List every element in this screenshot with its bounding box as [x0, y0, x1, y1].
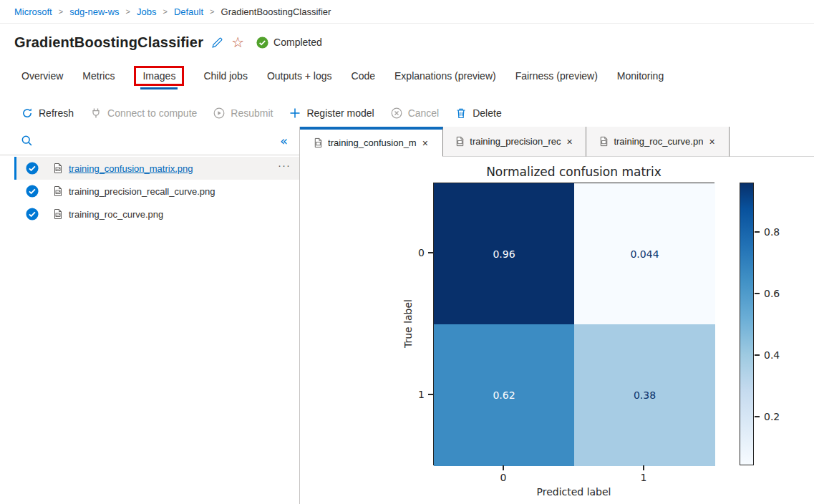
close-icon[interactable]: × [707, 136, 716, 147]
image-tab-strip: training_confusion_m × training_precisio… [300, 127, 814, 157]
image-file-icon [52, 208, 64, 220]
checked-circle-icon[interactable] [26, 185, 39, 198]
colorbar-tick-label: 0.2 [764, 411, 780, 422]
completed-check-icon [256, 37, 268, 49]
cancel-button[interactable]: Cancel [391, 107, 440, 119]
colorbar-tick-label: 0.6 [764, 288, 780, 299]
breadcrumb-item-workspace[interactable]: sdg-new-ws [69, 6, 119, 17]
tab-fairness[interactable]: Fairness (preview) [515, 67, 598, 84]
image-tab-label: training_precision_rec [470, 136, 561, 147]
breadcrumb-item-jobs[interactable]: Jobs [137, 6, 156, 17]
file-explorer-panel: « training_confusion_matrix.png ··· [0, 127, 300, 504]
register-model-label: Register model [306, 107, 374, 119]
refresh-icon [21, 107, 33, 119]
file-panel-toolbar: « [0, 127, 299, 155]
collapse-panel-icon[interactable]: « [280, 135, 288, 147]
breadcrumb-item-current: GradientBoostingClassifier [221, 6, 331, 17]
chevron-right-icon: > [210, 7, 214, 16]
image-tab-precision-recall[interactable]: training_precision_rec × [443, 127, 586, 157]
x-tick-label-1: 1 [633, 472, 654, 483]
refresh-label: Refresh [39, 107, 74, 119]
file-name[interactable]: training_roc_curve.png [69, 209, 163, 220]
status-label: Completed [273, 37, 322, 48]
colorbar-tick-mark [755, 231, 760, 233]
tab-strip-filler [730, 127, 814, 157]
delete-label: Delete [473, 107, 501, 119]
image-tab-confusion-matrix[interactable]: training_confusion_m × [300, 127, 443, 157]
content-area: « training_confusion_matrix.png ··· [0, 127, 814, 504]
tab-outputs-logs[interactable]: Outputs + logs [267, 67, 332, 84]
close-icon[interactable]: × [421, 137, 430, 149]
tab-child-jobs[interactable]: Child jobs [203, 67, 247, 84]
connect-to-compute-button[interactable]: Connect to compute [90, 107, 197, 119]
image-file-icon [52, 185, 64, 197]
colorbar [740, 183, 754, 465]
chart-title: Normalized confusion matrix [433, 165, 714, 179]
tab-monitoring[interactable]: Monitoring [617, 67, 664, 84]
list-item-roc-curve[interactable]: training_roc_curve.png [14, 203, 299, 226]
resubmit-label: Resubmit [231, 107, 273, 119]
colorbar-tick-mark [755, 416, 760, 417]
cancel-circle-icon [391, 107, 402, 119]
checked-circle-icon[interactable] [26, 162, 39, 175]
image-file-icon [599, 136, 609, 147]
job-tab-bar: Overview Metrics Images Child jobs Outpu… [21, 63, 664, 89]
resubmit-button[interactable]: Resubmit [213, 107, 273, 119]
plus-icon [289, 107, 301, 119]
refresh-button[interactable]: Refresh [21, 107, 74, 119]
image-tab-roc-curve[interactable]: training_roc_curve.pn × [586, 127, 730, 157]
tab-overview[interactable]: Overview [21, 67, 63, 84]
checked-circle-icon[interactable] [26, 208, 39, 220]
page-title: GradientBoostingClassifier [14, 34, 203, 51]
heatmap-cell-1-0: 0.62 [434, 324, 574, 466]
heatmap-cell-0-0: 0.96 [434, 183, 574, 324]
y-tick-label-0: 0 [406, 247, 425, 258]
image-file-icon [455, 136, 465, 147]
plug-icon [90, 107, 102, 119]
tab-code[interactable]: Code [352, 67, 375, 84]
list-item-precision-recall[interactable]: training_precision_recall_curve.png [14, 180, 299, 203]
y-tick-label-1: 1 [406, 389, 425, 400]
colorbar-tick-label: 0.8 [764, 226, 780, 238]
delete-button[interactable]: Delete [455, 107, 501, 119]
more-options-icon[interactable]: ··· [278, 159, 291, 171]
heatmap-cell-0-1: 0.044 [574, 183, 715, 324]
file-name-link[interactable]: training_confusion_matrix.png [69, 163, 193, 174]
confusion-matrix-figure: Normalized confusion matrix 0.96 0.044 0… [300, 157, 814, 504]
close-icon[interactable]: × [566, 136, 574, 147]
search-icon[interactable] [21, 135, 33, 147]
trash-icon [455, 107, 467, 119]
image-viewer-area: training_confusion_m × training_precisio… [300, 127, 814, 504]
breadcrumb-item-microsoft[interactable]: Microsoft [14, 6, 52, 17]
y-tick-mark [428, 394, 433, 395]
edit-pencil-icon[interactable] [211, 37, 223, 49]
image-file-icon [52, 163, 64, 174]
chevron-right-icon: > [126, 7, 130, 16]
favorite-star-icon[interactable]: ☆ [231, 35, 244, 49]
register-model-button[interactable]: Register model [289, 107, 374, 119]
y-axis-title: True label [402, 281, 414, 367]
tab-metrics[interactable]: Metrics [82, 67, 115, 84]
chevron-right-icon: > [59, 7, 63, 16]
page-header: GradientBoostingClassifier ☆ Completed [14, 32, 322, 53]
x-tick-mark [643, 465, 644, 470]
y-tick-mark [428, 252, 433, 253]
chevron-right-icon: > [163, 7, 167, 16]
list-item-confusion-matrix[interactable]: training_confusion_matrix.png ··· [14, 157, 299, 180]
colorbar-tick-mark [755, 293, 760, 294]
breadcrumb: Microsoft > sdg-new-ws > Jobs > Default … [0, 0, 814, 24]
heatmap-grid: 0.96 0.044 0.62 0.38 [433, 183, 714, 465]
image-file-icon [313, 137, 324, 148]
tab-explanations[interactable]: Explanations (preview) [394, 67, 496, 84]
colorbar-tick-label: 0.4 [764, 349, 780, 361]
x-axis-title: Predicted label [433, 486, 714, 498]
file-list: training_confusion_matrix.png ··· traini… [0, 155, 299, 226]
file-name[interactable]: training_precision_recall_curve.png [69, 186, 215, 197]
command-bar: Refresh Connect to compute Resubmit Regi… [21, 101, 502, 125]
breadcrumb-item-default[interactable]: Default [174, 6, 203, 17]
colorbar-tick-mark [755, 354, 760, 356]
connect-to-compute-label: Connect to compute [107, 107, 197, 119]
tab-images[interactable]: Images [134, 66, 184, 86]
play-circle-icon [213, 107, 225, 119]
heatmap-cell-1-1: 0.38 [574, 324, 715, 466]
